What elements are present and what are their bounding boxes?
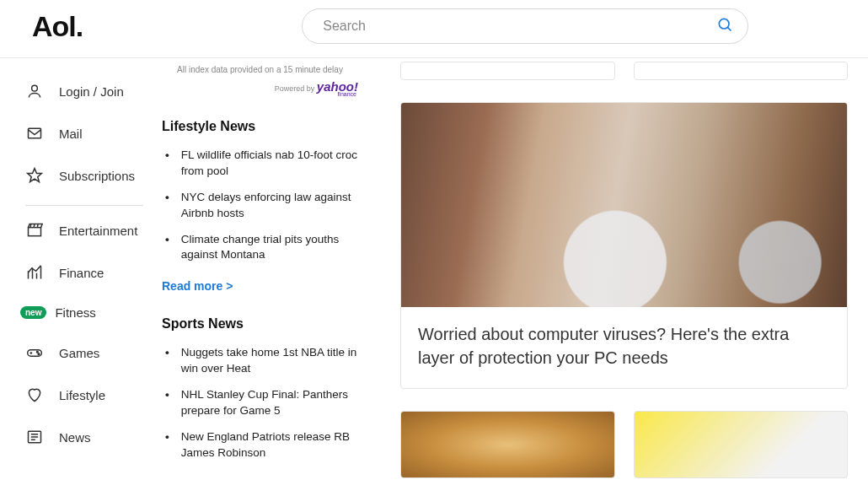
mail-icon bbox=[25, 124, 44, 143]
news-item[interactable]: Nuggets take home 1st NBA title in win o… bbox=[162, 340, 358, 382]
nav-mail[interactable]: Mail bbox=[25, 112, 152, 154]
nav-divider bbox=[25, 205, 143, 206]
news-item[interactable]: New England Patriots release RB James Ro… bbox=[162, 424, 358, 467]
nav-lifestyle[interactable]: Lifestyle bbox=[25, 374, 152, 416]
search-icon[interactable] bbox=[716, 16, 733, 36]
news-item[interactable]: FL wildlife officials nab 10-foot croc f… bbox=[162, 143, 358, 185]
nav-subscriptions[interactable]: Subscriptions bbox=[25, 154, 152, 197]
nav-finance[interactable]: Finance bbox=[25, 251, 152, 294]
nav-label: Entertainment bbox=[59, 224, 137, 238]
clapper-icon bbox=[25, 221, 44, 240]
nav-label: Subscriptions bbox=[59, 169, 135, 183]
svg-point-2 bbox=[32, 85, 38, 91]
nav-fitness[interactable]: new Fitness bbox=[25, 294, 152, 332]
search-input[interactable] bbox=[302, 8, 748, 44]
sports-news-title: Sports News bbox=[162, 316, 358, 332]
news-item[interactable]: NHL Stanley Cup Final: Panthers prepare … bbox=[162, 382, 358, 424]
heart-icon bbox=[25, 386, 44, 404]
nav-games[interactable]: Games bbox=[25, 332, 152, 374]
nav-entertainment[interactable]: Entertainment bbox=[25, 209, 152, 251]
powered-prefix: Powered by bbox=[275, 84, 315, 93]
bottom-card[interactable] bbox=[634, 411, 849, 478]
news-item[interactable]: NYC delays enforcing law against Airbnb … bbox=[162, 185, 358, 227]
nav-label: Finance bbox=[59, 266, 104, 280]
svg-point-8 bbox=[38, 353, 40, 355]
news-icon bbox=[25, 428, 44, 446]
top-card[interactable] bbox=[634, 62, 849, 80]
sidebar: Login / Join Mail Subscriptions Entertai… bbox=[0, 58, 152, 478]
index-delay-note: All index data provided on a 15 minute d… bbox=[162, 65, 358, 74]
svg-point-7 bbox=[37, 351, 39, 353]
nav-login[interactable]: Login / Join bbox=[25, 70, 152, 112]
svg-rect-5 bbox=[29, 228, 41, 236]
star-icon bbox=[25, 166, 44, 185]
search-wrap bbox=[302, 8, 748, 44]
svg-rect-3 bbox=[29, 128, 41, 138]
user-icon bbox=[25, 82, 44, 100]
main: Login / Join Mail Subscriptions Entertai… bbox=[0, 58, 868, 478]
nav-label: Lifestyle bbox=[59, 388, 105, 402]
svg-line-1 bbox=[728, 27, 731, 30]
nav-label: Fitness bbox=[55, 305, 95, 320]
lifestyle-news-list: FL wildlife officials nab 10-foot croc f… bbox=[162, 143, 358, 268]
read-more-link[interactable]: Read more > bbox=[162, 279, 233, 293]
hero-image bbox=[401, 103, 847, 307]
svg-point-0 bbox=[720, 19, 730, 29]
content-column: Worried about computer viruses? Here's t… bbox=[375, 58, 868, 478]
hero-card[interactable]: Worried about computer viruses? Here's t… bbox=[400, 102, 848, 389]
news-item[interactable]: Climate change trial pits youths against… bbox=[162, 227, 358, 269]
top-cards-row bbox=[400, 62, 848, 80]
middle-column: All index data provided on a 15 minute d… bbox=[152, 58, 375, 478]
lifestyle-news-title: Lifestyle News bbox=[162, 119, 358, 134]
nav-news[interactable]: News bbox=[25, 416, 152, 458]
nav-label: Games bbox=[59, 346, 99, 360]
header: Aol. bbox=[0, 0, 868, 58]
svg-marker-4 bbox=[28, 169, 42, 182]
powered-by: Powered by yahoo! finance bbox=[162, 79, 358, 97]
nav-label: Login / Join bbox=[59, 84, 124, 99]
gamepad-icon bbox=[25, 343, 44, 362]
aol-logo[interactable]: Aol. bbox=[32, 10, 83, 43]
nav-label: News bbox=[59, 430, 91, 445]
top-card[interactable] bbox=[400, 62, 615, 80]
hero-title: Worried about computer viruses? Here's t… bbox=[401, 307, 847, 388]
nav-label: Mail bbox=[59, 127, 83, 141]
bottom-card[interactable] bbox=[400, 411, 615, 478]
sports-news-list: Nuggets take home 1st NBA title in win o… bbox=[162, 340, 358, 466]
chart-icon bbox=[25, 263, 44, 282]
new-badge: new bbox=[20, 306, 46, 319]
bottom-cards-row bbox=[400, 411, 848, 478]
